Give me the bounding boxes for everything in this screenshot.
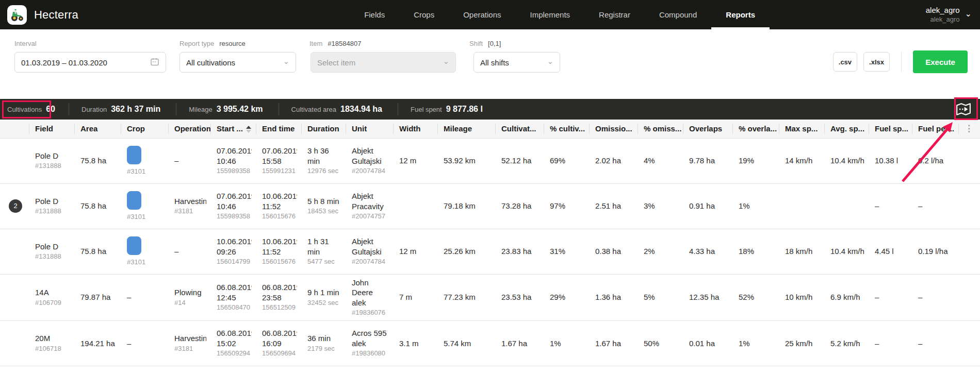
- col-end-time[interactable]: End time: [256, 120, 301, 138]
- col-overlaps[interactable]: Overlaps: [683, 120, 732, 138]
- nav-item-registrar[interactable]: Registrar: [584, 0, 645, 29]
- duration-seconds: 12976 sec: [307, 167, 341, 176]
- cell-cultivated-pct: 29%: [544, 274, 589, 320]
- col-fuel-per[interactable]: Fuel per...: [912, 120, 958, 138]
- cell-overlaps: 0.91 ha: [683, 183, 732, 229]
- col-crop[interactable]: Crop: [121, 120, 168, 138]
- user-names: alek_agro alek_agro: [926, 6, 960, 24]
- nav-item-fields[interactable]: Fields: [350, 0, 399, 29]
- cell-operation: Harvesting#3181: [168, 183, 210, 229]
- nav-item-operations[interactable]: Operations: [449, 0, 515, 29]
- cell-duration: 36 min2179 sec: [301, 320, 346, 366]
- execute-button[interactable]: Execute: [913, 50, 968, 73]
- cell-overlaps: 9.78 ha: [683, 138, 732, 183]
- col-field[interactable]: Field: [29, 120, 74, 138]
- report-table: FieldAreaCropOperationStart ...End timeD…: [0, 120, 980, 366]
- cell-badge: [0, 229, 29, 274]
- cell-mileage: 77.23 km: [437, 274, 495, 320]
- col-cultiv[interactable]: % cultiv...: [544, 120, 589, 138]
- column-options-button[interactable]: ⋮: [958, 120, 980, 138]
- col-mileage[interactable]: Mileage: [437, 120, 495, 138]
- shift-label: Shift: [469, 40, 483, 47]
- user-account: alek_agro: [930, 15, 959, 24]
- item-group: Item #18584807 Select item ⌄: [309, 40, 456, 73]
- map-icon: [956, 103, 971, 116]
- column-label: Area: [80, 124, 97, 133]
- start-timestamp: 156014799: [217, 258, 252, 266]
- cell-duration: 1 h 31 min5477 sec: [301, 229, 346, 274]
- col-overla[interactable]: % overla...: [732, 120, 779, 138]
- item-hint: #18584807: [328, 40, 361, 47]
- col-omissio[interactable]: Omissio...: [589, 120, 638, 138]
- brand[interactable]: Hecterra: [0, 0, 78, 29]
- col-cultivat[interactable]: Cultivat...: [495, 120, 544, 138]
- nav-item-reports[interactable]: Reports: [711, 0, 770, 29]
- col-unit[interactable]: Unit: [346, 120, 393, 138]
- end-timestamp: 156015676: [262, 212, 297, 221]
- summary-fuel-spent: Fuel spent 9 877.86 l: [398, 105, 498, 114]
- column-label: End time: [262, 124, 295, 133]
- col-operation[interactable]: Operation: [168, 120, 210, 138]
- col-area[interactable]: Area: [74, 120, 121, 138]
- export-xlsx-button[interactable]: .xlsx: [863, 52, 890, 72]
- cell-crop: #3101: [121, 183, 168, 229]
- nav-item-implements[interactable]: Implements: [516, 0, 585, 29]
- nav-item-compound[interactable]: Compound: [645, 0, 711, 29]
- cell-overlaps: 0.01 ha: [683, 320, 732, 366]
- table-row[interactable]: Pole D#13188875.8 ha#3101–10.06.201909:2…: [0, 229, 980, 274]
- field-id: #106718: [35, 345, 70, 353]
- duration-seconds: 5477 sec: [307, 258, 341, 266]
- summary-duration-label: Duration: [81, 106, 107, 113]
- col-max-sp[interactable]: Max sp...: [779, 120, 824, 138]
- show-on-map-button[interactable]: [955, 101, 972, 117]
- operation-id: #14: [174, 299, 206, 308]
- field-id: #106709: [35, 299, 70, 308]
- calendar-icon[interactable]: [150, 57, 159, 68]
- end-clock: 11:52: [262, 201, 297, 212]
- table-row[interactable]: 2Pole D#13188875.8 ha#3101Harvesting#318…: [0, 183, 980, 229]
- cell-omissions-pct: 2%: [638, 229, 683, 274]
- start-date: 06.08.2019: [217, 328, 252, 338]
- unit-id: #20074784: [352, 258, 389, 266]
- col-avg-sp[interactable]: Avg. sp...: [824, 120, 869, 138]
- duration-text: 1 h 31 min: [307, 237, 329, 256]
- shift-select[interactable]: All shifts ⌄: [473, 52, 560, 73]
- col-start[interactable]: Start ...: [210, 120, 256, 138]
- table-row[interactable]: 20M#106718194.21 ha–Harvesting#318106.08…: [0, 320, 980, 366]
- end-clock: 23:58: [262, 293, 297, 303]
- col-duration[interactable]: Duration: [301, 120, 346, 138]
- cell-duration: 5 h 8 min18453 sec: [301, 183, 346, 229]
- cell-unit: Abjekt Gultajski#20074784: [346, 138, 393, 183]
- cell-max-speed: 10 km/h: [779, 274, 824, 320]
- operation-name: Harvesting: [174, 196, 206, 207]
- end-timestamp: 156509694: [262, 349, 297, 358]
- column-label: % overla...: [739, 124, 777, 133]
- table-row[interactable]: Pole D#13188875.8 ha#3101–07.06.201910:4…: [0, 138, 980, 183]
- nav-item-crops[interactable]: Crops: [399, 0, 449, 29]
- item-placeholder: Select item: [317, 58, 355, 67]
- cell-duration: 9 h 1 min32452 sec: [301, 274, 346, 320]
- cell-area: 79.87 ha: [74, 274, 121, 320]
- end-clock: 15:58: [262, 156, 297, 166]
- export-csv-button[interactable]: .csv: [833, 52, 857, 72]
- interval-value: 01.03.2019 – 01.03.2020: [21, 58, 107, 67]
- table-row[interactable]: 14A#10670979.87 ha–Plowing#1406.08.20191…: [0, 274, 980, 320]
- interval-input[interactable]: 01.03.2019 – 01.03.2020: [14, 52, 166, 73]
- interval-label: Interval: [14, 40, 37, 47]
- cell-options: [958, 183, 980, 229]
- unit-id: #20074784: [352, 167, 389, 176]
- col-fuel-sp[interactable]: Fuel sp...: [869, 120, 912, 138]
- cell-end-time: 06.08.201923:58156512509: [256, 274, 301, 320]
- user-menu[interactable]: alek_agro alek_agro ⌄: [926, 0, 972, 29]
- cell-badge: 2: [0, 183, 29, 229]
- cell-overlaps-pct: 1%: [732, 183, 779, 229]
- start-clock: 12:45: [217, 293, 252, 303]
- cell-field: Pole D#131888: [29, 229, 74, 274]
- col-omiss[interactable]: % omiss...: [638, 120, 683, 138]
- item-select[interactable]: Select item ⌄: [311, 52, 456, 73]
- cell-fuel-per-ha: –: [912, 183, 958, 229]
- report-type-select[interactable]: All cultivations ⌄: [179, 52, 296, 73]
- col-width[interactable]: Width: [393, 120, 437, 138]
- cell-badge: [0, 320, 29, 366]
- field-id: #131888: [35, 252, 70, 261]
